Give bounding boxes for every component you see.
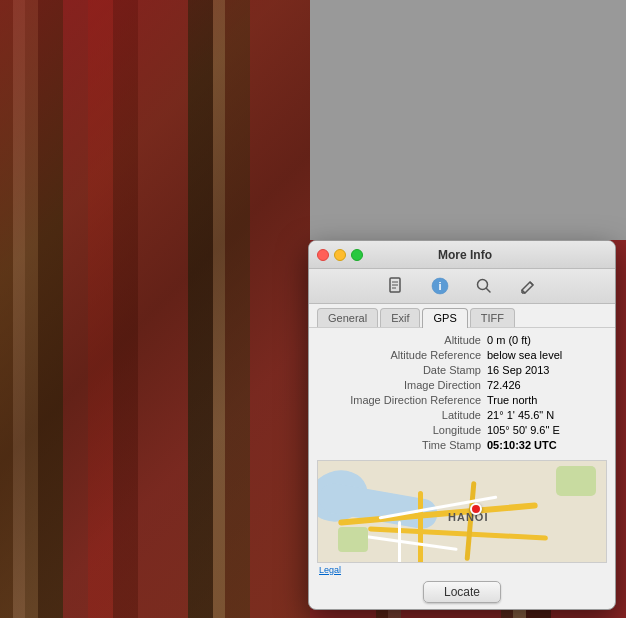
map-pin — [470, 503, 482, 515]
search-toolbar-icon[interactable] — [470, 274, 498, 298]
legal-link[interactable]: Legal — [319, 565, 341, 575]
altitude-label: Altitude — [347, 334, 487, 346]
latitude-label: Latitude — [347, 409, 487, 421]
image-direction-ref-row: Image Direction Reference True north — [317, 394, 607, 406]
photo-overlay — [0, 0, 310, 618]
window-title: More Info — [363, 248, 567, 262]
image-direction-ref-value: True north — [487, 394, 607, 406]
altitude-ref-label: Altitude Reference — [347, 349, 487, 361]
image-direction-ref-label: Image Direction Reference — [347, 394, 487, 406]
date-stamp-row: Date Stamp 16 Sep 2013 — [317, 364, 607, 376]
map-road-vert-1 — [418, 491, 423, 563]
image-direction-label: Image Direction — [347, 379, 487, 391]
more-info-panel: More Info i — [308, 240, 616, 610]
zoom-button[interactable] — [351, 249, 363, 261]
toolbar: i — [309, 269, 615, 304]
latitude-value: 21° 1' 45.6" N — [487, 409, 607, 421]
map-green-2 — [338, 527, 368, 552]
gps-content: Altitude 0 m (0 ft) Altitude Reference b… — [309, 328, 615, 577]
file-toolbar-icon[interactable] — [382, 274, 410, 298]
image-direction-row: Image Direction 72.426 — [317, 379, 607, 391]
legal-bar: Legal — [309, 563, 615, 577]
minimize-button[interactable] — [334, 249, 346, 261]
tab-general[interactable]: General — [317, 308, 378, 327]
time-stamp-row: Time Stamp 05:10:32 UTC — [317, 439, 607, 451]
traffic-lights — [317, 249, 363, 261]
svg-line-8 — [530, 282, 533, 285]
map-city-label: HANOI — [448, 511, 488, 523]
titlebar: More Info — [309, 241, 615, 269]
date-stamp-label: Date Stamp — [347, 364, 487, 376]
tabbar: General Exif GPS TIFF — [309, 304, 615, 328]
close-button[interactable] — [317, 249, 329, 261]
gps-info-table: Altitude 0 m (0 ft) Altitude Reference b… — [309, 328, 615, 460]
tab-gps[interactable]: GPS — [422, 308, 467, 328]
altitude-value: 0 m (0 ft) — [487, 334, 607, 346]
svg-text:i: i — [438, 280, 441, 292]
altitude-ref-row: Altitude Reference below sea level — [317, 349, 607, 361]
altitude-ref-value: below sea level — [487, 349, 607, 361]
map-green-1 — [556, 466, 596, 496]
tab-exif[interactable]: Exif — [380, 308, 420, 327]
bottom-bar: Locate — [309, 577, 615, 609]
latitude-row: Latitude 21° 1' 45.6" N — [317, 409, 607, 421]
gray-background — [310, 0, 626, 240]
date-stamp-value: 16 Sep 2013 — [487, 364, 607, 376]
edit-toolbar-icon[interactable] — [514, 274, 542, 298]
locate-button[interactable]: Locate — [423, 581, 501, 603]
altitude-row: Altitude 0 m (0 ft) — [317, 334, 607, 346]
info-toolbar-icon[interactable]: i — [426, 274, 454, 298]
map-area[interactable]: HANOI — [317, 460, 607, 563]
time-stamp-label: Time Stamp — [347, 439, 487, 451]
svg-line-7 — [487, 289, 491, 293]
longitude-value: 105° 50' 9.6" E — [487, 424, 607, 436]
image-direction-value: 72.426 — [487, 379, 607, 391]
longitude-label: Longitude — [347, 424, 487, 436]
time-stamp-value: 05:10:32 UTC — [487, 439, 607, 451]
longitude-row: Longitude 105° 50' 9.6" E — [317, 424, 607, 436]
tab-tiff[interactable]: TIFF — [470, 308, 515, 327]
